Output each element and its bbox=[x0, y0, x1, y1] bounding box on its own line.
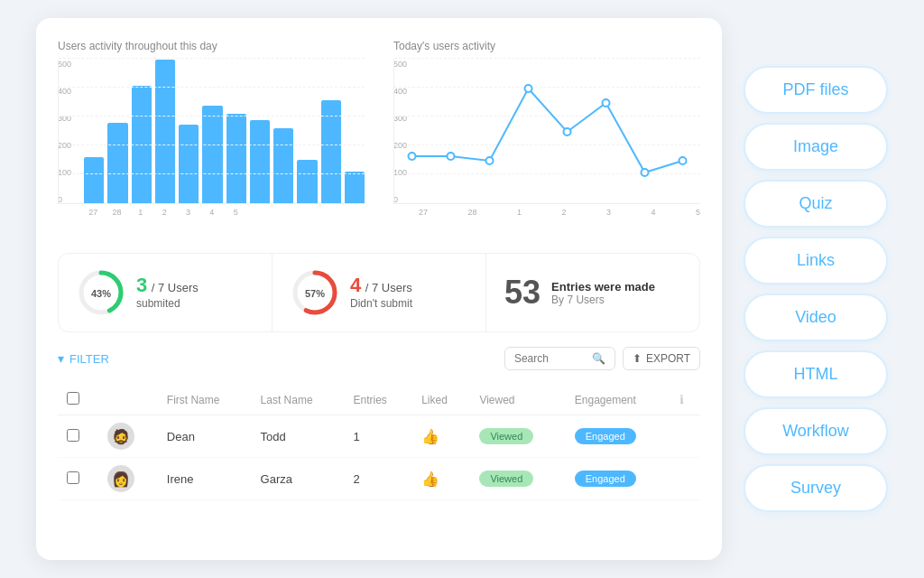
stat-entries: 53 Entries were made By 7 Users bbox=[486, 254, 699, 331]
cell-firstname: Dean bbox=[158, 415, 252, 458]
line-chart-xaxis: 27 28 1 2 3 4 5 bbox=[393, 208, 700, 217]
bar bbox=[273, 128, 293, 203]
submitted-label: submited bbox=[136, 297, 199, 312]
submitted-value: 3 bbox=[136, 274, 147, 296]
cell-firstname: Irene bbox=[158, 458, 252, 500]
filter-button[interactable]: ▾ FILTER bbox=[58, 351, 109, 366]
bar-chart-container: Users activity throughout this day 0 100… bbox=[58, 40, 365, 238]
bar-chart-title: Users activity throughout this day bbox=[58, 40, 365, 52]
stat-not-submitted: 57% 4 / 7 Users Didn't submit bbox=[273, 254, 486, 331]
sidebar-btn-quiz[interactable]: Quiz bbox=[744, 180, 888, 228]
stat-not-submitted-text: 4 / 7 Users Didn't submit bbox=[350, 274, 412, 312]
engaged-badge: Engaged bbox=[575, 471, 636, 487]
line-chart-svg bbox=[393, 60, 700, 204]
line-chart-title: Today's users activity bbox=[393, 40, 700, 52]
row-checkbox[interactable] bbox=[67, 471, 79, 484]
cell-lastname: Garza bbox=[252, 458, 345, 500]
line-chart-container: Today's users activity 0 100 200 300 400… bbox=[393, 40, 700, 238]
not-submitted-value: 4 bbox=[350, 274, 361, 296]
sidebar-btn-survey[interactable]: Survey bbox=[744, 464, 888, 512]
svg-point-1 bbox=[448, 153, 455, 160]
svg-point-5 bbox=[603, 99, 610, 107]
not-submitted-total: / 7 Users bbox=[365, 281, 412, 294]
info-icon[interactable]: ℹ bbox=[679, 393, 684, 406]
col-entries: Entries bbox=[345, 385, 413, 415]
stat-submitted-text: 3 / 7 Users submited bbox=[136, 274, 199, 312]
sidebar-btn-video[interactable]: Video bbox=[744, 294, 888, 341]
svg-point-7 bbox=[679, 157, 687, 164]
submitted-total: / 7 Users bbox=[152, 281, 199, 294]
sidebar-btn-image[interactable]: Image bbox=[744, 123, 888, 171]
bar bbox=[202, 106, 222, 203]
avatar: 🧔 bbox=[107, 423, 134, 450]
dashboard-card: Users activity throughout this day 0 100… bbox=[36, 18, 722, 560]
sidebar-btn-pdf-files[interactable]: PDF files bbox=[744, 66, 888, 114]
engaged-badge: Engaged bbox=[575, 428, 636, 444]
bar bbox=[107, 123, 127, 203]
col-info: ℹ bbox=[670, 385, 700, 415]
search-box[interactable]: 🔍 bbox=[504, 347, 615, 370]
data-table: First Name Last Name Entries Liked Viewe… bbox=[58, 385, 700, 500]
svg-text:57%: 57% bbox=[305, 288, 325, 299]
export-label: EXPORT bbox=[646, 352, 690, 365]
table-row: 🧔 Dean Todd 1 👍 Viewed Engaged bbox=[58, 415, 700, 458]
cell-entries: 2 bbox=[345, 458, 413, 500]
filter-icon: ▾ bbox=[58, 351, 64, 366]
grid-line bbox=[59, 173, 365, 174]
stat-submitted: 43% 3 / 7 Users submited bbox=[59, 254, 273, 331]
grid-line bbox=[394, 58, 700, 59]
bar bbox=[179, 125, 199, 203]
col-firstname: First Name bbox=[158, 385, 252, 415]
search-icon: 🔍 bbox=[592, 352, 605, 365]
col-liked: Liked bbox=[412, 385, 470, 415]
cell-entries: 1 bbox=[345, 415, 413, 458]
svg-point-2 bbox=[486, 157, 494, 164]
bar bbox=[297, 160, 317, 203]
col-viewed: Viewed bbox=[470, 385, 565, 415]
line-chart-svg-element bbox=[394, 60, 700, 204]
svg-point-6 bbox=[642, 169, 649, 176]
entries-sub: By 7 Users bbox=[551, 294, 655, 306]
bar bbox=[155, 60, 175, 203]
cell-lastname: Todd bbox=[252, 415, 345, 458]
not-submitted-label: Didn't submit bbox=[350, 297, 412, 312]
entries-label: Entries were made bbox=[551, 280, 655, 294]
svg-point-4 bbox=[564, 128, 571, 135]
search-export-group: 🔍 ⬆ EXPORT bbox=[504, 347, 700, 370]
bar-chart-inner bbox=[58, 60, 365, 204]
grid-line bbox=[59, 87, 365, 88]
sidebar-btn-links[interactable]: Links bbox=[744, 237, 888, 284]
sidebar-btn-workflow[interactable]: Workflow bbox=[744, 407, 888, 455]
svg-point-3 bbox=[525, 85, 532, 92]
stats-row: 43% 3 / 7 Users submited 57% 4 / 7 User bbox=[58, 253, 700, 332]
charts-row: Users activity throughout this day 0 100… bbox=[58, 40, 700, 238]
col-lastname: Last Name bbox=[252, 385, 345, 415]
bar bbox=[84, 157, 104, 203]
select-all-checkbox[interactable] bbox=[67, 392, 79, 405]
export-button[interactable]: ⬆ EXPORT bbox=[623, 347, 700, 370]
bar bbox=[226, 114, 246, 203]
sidebar-btn-html[interactable]: HTML bbox=[744, 350, 888, 398]
not-submitted-progress-circle: 57% bbox=[291, 268, 339, 317]
entries-count: 53 bbox=[504, 274, 541, 312]
col-avatar bbox=[98, 385, 158, 415]
col-engagement: Engagement bbox=[566, 385, 670, 415]
search-input[interactable] bbox=[514, 352, 587, 365]
export-icon: ⬆ bbox=[633, 352, 642, 365]
table-row: 👩 Irene Garza 2 👍 Viewed Engaged bbox=[58, 458, 700, 500]
svg-text:43%: 43% bbox=[91, 288, 111, 299]
grid-line bbox=[59, 58, 365, 59]
avatar: 👩 bbox=[107, 465, 134, 492]
viewed-badge: Viewed bbox=[479, 428, 533, 444]
bar bbox=[345, 172, 365, 203]
filter-label: FILTER bbox=[69, 352, 109, 366]
bar bbox=[250, 120, 270, 203]
svg-point-0 bbox=[409, 153, 416, 160]
liked-icon: 👍 bbox=[421, 471, 439, 487]
bar-chart-xaxis: 27 28 1 2 3 4 5 bbox=[58, 208, 365, 217]
row-checkbox[interactable] bbox=[67, 429, 79, 442]
table-body: 🧔 Dean Todd 1 👍 Viewed Engaged 👩 Irene G… bbox=[58, 415, 700, 500]
grid-line bbox=[59, 116, 365, 117]
sidebar: PDF files Image Quiz Links Video HTML Wo… bbox=[744, 66, 888, 512]
table-header: First Name Last Name Entries Liked Viewe… bbox=[58, 385, 700, 415]
